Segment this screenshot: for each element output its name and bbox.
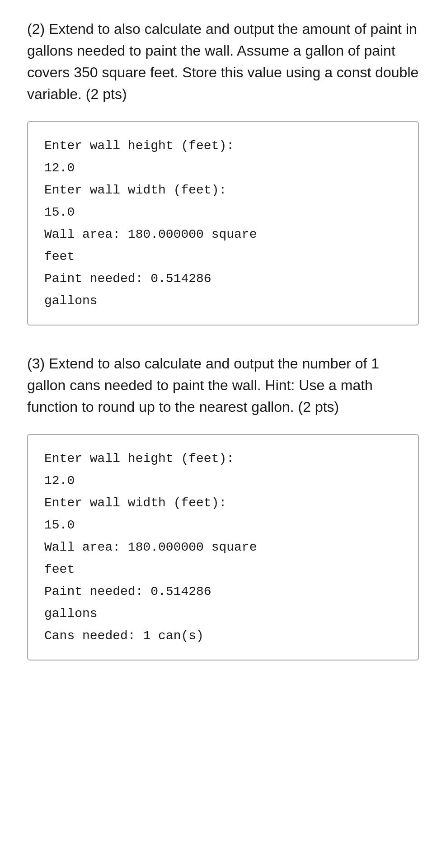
section-3-code-block: Enter wall height (feet): 12.0 Enter wal…	[27, 434, 419, 660]
page-content: (2) Extend to also calculate and output …	[27, 18, 419, 660]
section-2-code-block: Enter wall height (feet): 12.0 Enter wal…	[27, 121, 419, 326]
section-2-description: (2) Extend to also calculate and output …	[27, 18, 419, 105]
section-3: (3) Extend to also calculate and output …	[27, 353, 419, 660]
section-2: (2) Extend to also calculate and output …	[27, 18, 419, 326]
section-3-description: (3) Extend to also calculate and output …	[27, 353, 419, 418]
